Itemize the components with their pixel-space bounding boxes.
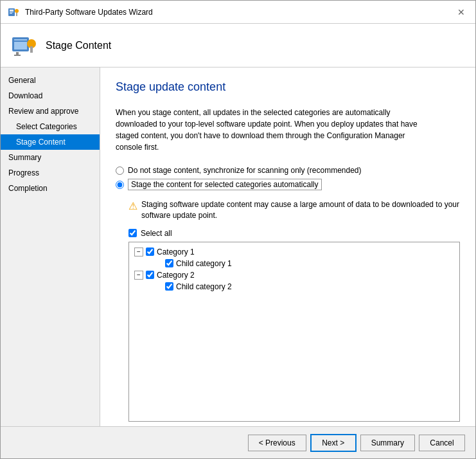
tree-item-child1: Child category 1	[154, 259, 454, 268]
next-button[interactable]: Next >	[310, 434, 357, 452]
svg-rect-10	[14, 55, 21, 56]
sidebar-item-download[interactable]: Download	[1, 88, 100, 104]
radio-stage-box-label: Stage the content for selected categorie…	[128, 179, 322, 190]
sidebar-item-select-categories[interactable]: Select Categories	[1, 119, 100, 134]
tree-item-cat1: − Category 1	[134, 248, 454, 256]
svg-rect-2	[10, 12, 13, 12]
warning-icon: ⚠	[128, 200, 137, 212]
checkbox-child2[interactable]	[165, 282, 173, 291]
warning-box: ⚠ Staging software update content may ca…	[128, 199, 460, 221]
title-bar-left: Third-Party Software Updates Wizard	[7, 6, 153, 19]
svg-rect-12	[30, 46, 33, 53]
window-title: Third-Party Software Updates Wizard	[25, 8, 153, 17]
cat2-label: Category 2	[157, 271, 195, 280]
sidebar-item-stage-content[interactable]: Stage Content	[1, 134, 100, 150]
select-all-label[interactable]: Select all	[141, 229, 172, 238]
main-content: General Download Review and approve Sele…	[1, 68, 475, 426]
radio-stage[interactable]	[116, 181, 124, 189]
child2-label: Child category 2	[176, 282, 232, 291]
radio-nosync-label[interactable]: Do not stage content, synchronize for sc…	[128, 166, 362, 175]
svg-point-4	[15, 9, 19, 13]
svg-rect-3	[10, 13, 12, 14]
svg-rect-5	[16, 13, 17, 16]
sidebar-item-general[interactable]: General	[1, 73, 100, 88]
header-icon	[11, 32, 38, 59]
svg-rect-8	[14, 40, 27, 42]
warning-text: Staging software update content may caus…	[141, 199, 460, 221]
close-button[interactable]: ✕	[454, 6, 469, 19]
cancel-button[interactable]: Cancel	[419, 435, 465, 451]
sidebar-item-summary[interactable]: Summary	[1, 150, 100, 165]
footer: < Previous Next > Summary Cancel	[1, 426, 475, 458]
sidebar-item-review-approve[interactable]: Review and approve	[1, 104, 100, 119]
svg-rect-1	[10, 10, 13, 11]
select-all-checkbox[interactable]	[128, 229, 137, 237]
title-bar: Third-Party Software Updates Wizard ✕	[1, 1, 475, 24]
description-text: When you stage content, all updates in t…	[116, 107, 424, 153]
cat1-label: Category 1	[157, 248, 195, 256]
expand-cat1[interactable]: −	[134, 248, 143, 256]
wizard-header: Stage Content	[1, 24, 475, 68]
tree-item-child2: Child category 2	[154, 282, 454, 291]
checkbox-cat1[interactable]	[146, 248, 154, 256]
tree-item-cat2: − Category 2	[134, 271, 454, 280]
child1-label: Child category 1	[176, 259, 232, 268]
sidebar: General Download Review and approve Sele…	[1, 68, 100, 426]
radio-item-stage: Stage the content for selected categorie…	[116, 180, 460, 189]
sidebar-item-completion[interactable]: Completion	[1, 181, 100, 196]
radio-stage-label[interactable]: Stage the content for selected categorie…	[128, 180, 322, 189]
wizard-icon	[7, 6, 20, 19]
wizard-window: Third-Party Software Updates Wizard ✕ St…	[0, 0, 476, 459]
sidebar-item-progress[interactable]: Progress	[1, 165, 100, 181]
content-area: Stage update content When you stage cont…	[100, 68, 475, 426]
page-title: Stage update content	[116, 80, 460, 94]
tree-box: − Category 1 Child category 1 − Category…	[128, 242, 460, 422]
expand-cat2[interactable]: −	[134, 271, 143, 280]
prev-button[interactable]: < Previous	[248, 435, 306, 451]
summary-button[interactable]: Summary	[360, 435, 415, 451]
select-all-row: Select all	[128, 229, 460, 238]
radio-item-nosync: Do not stage content, synchronize for sc…	[116, 166, 460, 175]
radio-group: Do not stage content, synchronize for sc…	[116, 166, 460, 189]
radio-nosync[interactable]	[116, 166, 124, 175]
header-title: Stage Content	[46, 40, 111, 51]
svg-rect-9	[16, 52, 19, 55]
checkbox-cat2[interactable]	[146, 271, 154, 279]
checkbox-child1[interactable]	[165, 259, 173, 267]
